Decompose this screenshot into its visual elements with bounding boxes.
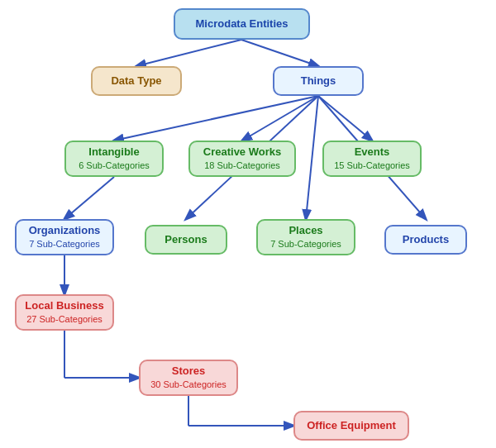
- svg-line-2: [114, 96, 318, 141]
- node-creative-works: Creative Works 18 Sub-Categories: [188, 141, 296, 177]
- svg-line-8: [64, 177, 114, 219]
- svg-line-4: [318, 96, 372, 141]
- node-organizations: Organizations 7 Sub-Categories: [15, 219, 114, 255]
- persons-label: Persons: [165, 233, 207, 247]
- stores-label: Stores: [172, 365, 205, 379]
- creative-works-label: Creative Works: [203, 145, 281, 160]
- intangible-label: Intangible: [88, 145, 139, 160]
- node-intangible: Intangible 6 Sub-Categories: [64, 141, 164, 177]
- svg-line-3: [242, 96, 318, 141]
- events-label: Events: [355, 145, 390, 160]
- node-places: Places 7 Sub-Categories: [256, 219, 355, 255]
- node-things: Things: [273, 66, 364, 96]
- node-events: Events 15 Sub-Categories: [322, 141, 422, 177]
- office-equipment-label: Office Equipment: [307, 419, 396, 433]
- svg-line-1: [241, 40, 318, 66]
- node-products: Products: [384, 225, 467, 255]
- local-business-sub: 27 Sub-Categories: [26, 313, 103, 325]
- events-sub: 15 Sub-Categories: [334, 160, 410, 171]
- organizations-label: Organizations: [29, 224, 101, 238]
- intangible-sub: 6 Sub-Categories: [79, 160, 150, 171]
- node-microdata-entities: Microdata Entities: [174, 8, 310, 40]
- node-local-business: Local Business 27 Sub-Categories: [15, 294, 114, 331]
- places-sub: 7 Sub-Categories: [270, 238, 341, 250]
- organizations-sub: 7 Sub-Categories: [29, 238, 100, 250]
- diagram: Microdata Entities Data Type Things Inta…: [0, 0, 496, 448]
- node-office-equipment: Office Equipment: [293, 411, 409, 441]
- microdata-entities-label: Microdata Entities: [196, 17, 289, 31]
- node-persons: Persons: [145, 225, 227, 255]
- products-label: Products: [403, 233, 449, 247]
- data-type-label: Data Type: [111, 74, 161, 88]
- svg-line-0: [136, 40, 241, 66]
- places-label: Places: [289, 224, 322, 238]
- stores-sub: 30 Sub-Categories: [150, 379, 227, 390]
- node-stores: Stores 30 Sub-Categories: [139, 360, 238, 396]
- things-label: Things: [301, 74, 336, 88]
- node-data-type: Data Type: [91, 66, 182, 96]
- svg-line-6: [306, 96, 318, 219]
- creative-works-sub: 18 Sub-Categories: [204, 160, 280, 171]
- local-business-label: Local Business: [25, 299, 103, 313]
